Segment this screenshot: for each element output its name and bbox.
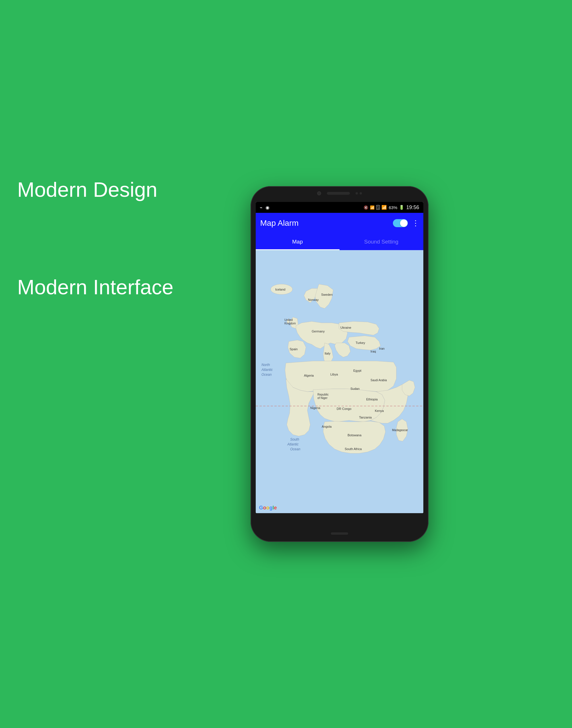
phone-body: ⌁ ◉ 🔇 📶 1 📶 63% 🔋 19:56 Map Alarm [251, 186, 429, 542]
phone-camera [317, 191, 321, 195]
modern-interface-label: Modern Interface [17, 275, 173, 299]
app-title: Map Alarm [260, 219, 299, 228]
app-toggle[interactable] [393, 219, 408, 227]
app-bar-actions: ⋮ [393, 219, 419, 228]
google-letter-o1: o [263, 505, 266, 510]
tab-sound-label: Sound Setting [364, 239, 399, 245]
modern-design-label: Modern Design [17, 178, 157, 201]
status-time: 19:56 [406, 205, 419, 211]
signal-icon: 📶 [381, 205, 387, 210]
tab-map[interactable]: Map [256, 234, 340, 250]
status-bar: ⌁ ◉ 🔇 📶 1 📶 63% 🔋 19:56 [256, 202, 423, 213]
phone-screen: ⌁ ◉ 🔇 📶 1 📶 63% 🔋 19:56 Map Alarm [256, 202, 423, 513]
battery-icon: 🔋 [399, 205, 405, 210]
app-bar: Map Alarm ⋮ [256, 213, 423, 234]
wifi-icon: 📶 [370, 206, 374, 210]
sim-icon: 1 [376, 205, 380, 210]
phone-mockup: ⌁ ◉ 🔇 📶 1 📶 63% 🔋 19:56 Map Alarm [251, 206, 429, 522]
tab-map-label: Map [292, 239, 303, 245]
toggle-knob [400, 220, 408, 227]
usb-icon: ⌁ [260, 205, 263, 210]
status-right-icons: 🔇 📶 1 📶 63% 🔋 19:56 [364, 205, 419, 211]
google-letter-g2: g [270, 505, 273, 510]
phone-sensors [356, 192, 362, 194]
battery-percent: 63% [388, 205, 397, 210]
status-left-icons: ⌁ ◉ [260, 205, 270, 210]
google-letter-e: e [274, 505, 277, 510]
phone-sensor-2 [360, 192, 362, 194]
phone-top-details [317, 191, 362, 195]
phone-sensor-1 [356, 192, 358, 194]
phone-speaker [327, 192, 350, 195]
overflow-menu-icon[interactable]: ⋮ [412, 219, 419, 228]
tab-bar: Map Sound Setting [256, 234, 423, 250]
map-view[interactable]: Iceland Sweden Norway United Kingdom Ger… [256, 250, 423, 513]
google-logo: Google [259, 505, 277, 511]
phone-home-button[interactable] [331, 533, 348, 535]
no-sound-icon: 🔇 [364, 206, 368, 210]
google-letter-g: G [259, 505, 263, 510]
google-letter-o2: o [266, 505, 270, 510]
location-icon: ◉ [266, 205, 270, 210]
svg-point-1 [271, 284, 292, 295]
tab-sound-setting[interactable]: Sound Setting [340, 234, 423, 250]
